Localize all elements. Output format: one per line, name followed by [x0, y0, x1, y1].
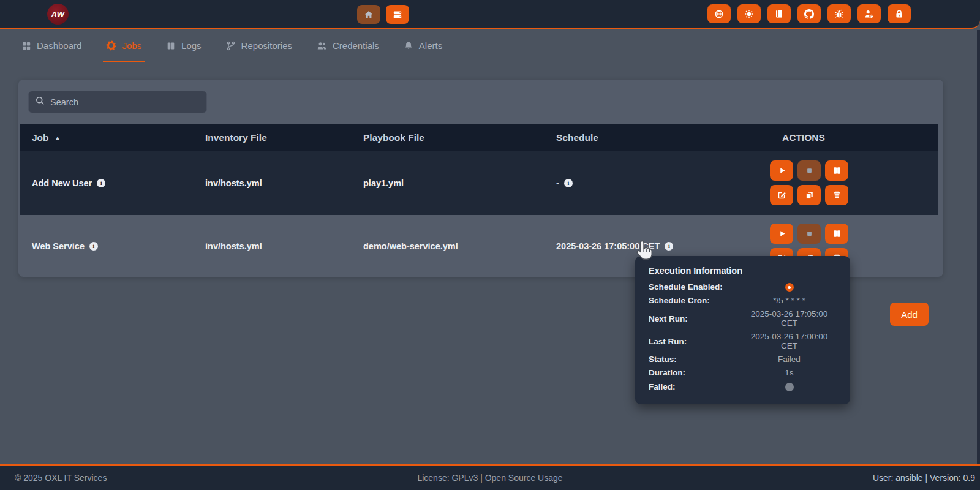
inventory-file: inv/hosts.yml — [205, 241, 262, 251]
nav-center-buttons — [357, 5, 409, 24]
search-input[interactable] — [50, 97, 200, 107]
job-name-cell: Add New User — [20, 178, 193, 188]
playbook-file-cell: play1.yml — [351, 178, 544, 188]
execution-info-tooltip: Execution Information Schedule Enabled: … — [635, 256, 850, 404]
column-label: Inventory File — [205, 132, 267, 143]
sort-asc-icon — [55, 135, 61, 141]
table-header-row: Job Inventory File Playbook File Schedul… — [20, 124, 938, 151]
info-icon[interactable] — [665, 242, 673, 251]
radio-on-icon — [785, 283, 794, 292]
column-header-job[interactable]: Job — [20, 132, 193, 143]
tooltip-value: 2025-03-26 17:00:00 CET — [742, 332, 837, 350]
tooltip-row: Failed: — [649, 382, 837, 391]
tab-jobs[interactable]: Jobs — [103, 30, 145, 62]
tooltip-label: Duration: — [649, 368, 742, 377]
tab-repositories[interactable]: Repositories — [223, 30, 295, 62]
jobs-nav-button[interactable] — [386, 5, 409, 24]
tooltip-row: Last Run: 2025-03-26 17:00:00 CET — [649, 332, 837, 350]
info-icon[interactable] — [89, 242, 98, 251]
tooltip-row: Status: Failed — [649, 355, 837, 364]
footer: © 2025 OXL IT Services License: GPLv3 | … — [0, 464, 980, 490]
tabbar-divider — [10, 62, 968, 62]
tab-label: Alerts — [419, 40, 442, 51]
home-icon — [364, 10, 374, 20]
github-icon — [804, 9, 814, 19]
app-logo[interactable]: AW — [47, 4, 69, 24]
inventory-file-cell: inv/hosts.yml — [193, 241, 351, 251]
user-gear-icon — [864, 9, 874, 19]
tooltip-label: Next Run: — [649, 314, 742, 323]
tooltip-value — [742, 382, 837, 391]
run-button[interactable] — [770, 160, 793, 181]
clone-button[interactable] — [797, 185, 821, 205]
stop-icon — [805, 166, 814, 175]
tooltip-label: Status: — [649, 355, 742, 364]
search-box — [28, 91, 207, 113]
theme-toggle-button[interactable] — [737, 4, 761, 23]
home-nav-button[interactable] — [357, 5, 380, 24]
job-name: Add New User — [32, 178, 92, 188]
info-icon[interactable] — [97, 179, 105, 187]
copy-icon — [805, 190, 814, 200]
grid-icon — [21, 41, 31, 51]
github-button[interactable] — [797, 4, 821, 23]
users-icon — [317, 41, 327, 51]
app-logo-text: AW — [51, 10, 65, 19]
inventory-file: inv/hosts.yml — [205, 178, 262, 188]
tab-alerts[interactable]: Alerts — [401, 30, 445, 62]
schedule-value: 2025-03-26 17:05:00 CET — [556, 241, 660, 251]
tooltip-value: 2025-03-26 17:05:00 CET — [742, 309, 837, 328]
scrollbar-track[interactable] — [977, 30, 980, 464]
docs-button[interactable] — [767, 4, 791, 23]
playbook-file: demo/web-service.yml — [363, 241, 458, 251]
tab-dashboard[interactable]: Dashboard — [18, 30, 85, 62]
lock-button[interactable] — [888, 4, 911, 23]
column-header-inventory-file[interactable]: Inventory File — [193, 132, 351, 143]
tab-label: Jobs — [122, 40, 141, 51]
run-button[interactable] — [770, 224, 793, 244]
radio-off-icon — [785, 383, 794, 391]
tooltip-row: Next Run: 2025-03-26 17:05:00 CET — [649, 309, 837, 328]
inventory-file-cell: inv/hosts.yml — [193, 178, 351, 188]
bug-icon — [834, 9, 844, 19]
footer-user-version: User: ansible | Version: 0.9 — [873, 473, 975, 483]
stop-button[interactable] — [797, 224, 821, 244]
globe-button[interactable] — [707, 4, 731, 23]
main-tabbar: Dashboard Jobs Logs — [0, 30, 980, 62]
user-settings-button[interactable] — [858, 4, 881, 23]
tab-label: Repositories — [241, 40, 292, 51]
edit-button[interactable] — [770, 185, 793, 205]
job-name-cell: Web Service — [20, 241, 193, 251]
book-icon — [166, 41, 176, 51]
tooltip-row: Duration: 1s — [649, 368, 837, 377]
logs-book-icon — [832, 166, 842, 175]
tooltip-title: Execution Information — [649, 266, 837, 276]
stop-button[interactable] — [797, 160, 821, 181]
playbook-file-cell: demo/web-service.yml — [351, 241, 544, 251]
column-label: Job — [32, 132, 49, 143]
logs-book-icon — [832, 229, 842, 238]
jobs-server-icon — [393, 10, 402, 20]
column-label: ACTIONS — [782, 132, 825, 143]
tab-logs[interactable]: Logs — [163, 30, 205, 62]
tab-label: Logs — [181, 40, 202, 51]
playbook-file: play1.yml — [363, 178, 404, 188]
info-icon[interactable] — [564, 179, 573, 187]
bug-report-button[interactable] — [827, 4, 851, 23]
stop-icon — [805, 229, 814, 238]
actions-cell — [770, 160, 938, 205]
globe-icon — [714, 9, 724, 19]
column-header-schedule[interactable]: Schedule — [544, 132, 770, 143]
lock-icon — [894, 9, 904, 19]
trash-icon — [832, 190, 842, 200]
tooltip-value: Failed — [742, 355, 837, 364]
tooltip-value — [742, 282, 837, 292]
logs-button[interactable] — [825, 160, 848, 181]
edit-icon — [777, 190, 786, 200]
tab-credentials[interactable]: Credentials — [314, 30, 382, 62]
add-job-button[interactable]: Add — [890, 303, 929, 326]
logs-button[interactable] — [825, 224, 848, 244]
tooltip-label: Schedule Cron: — [649, 296, 742, 305]
delete-button[interactable] — [825, 185, 848, 205]
column-header-playbook-file[interactable]: Playbook File — [351, 132, 544, 143]
